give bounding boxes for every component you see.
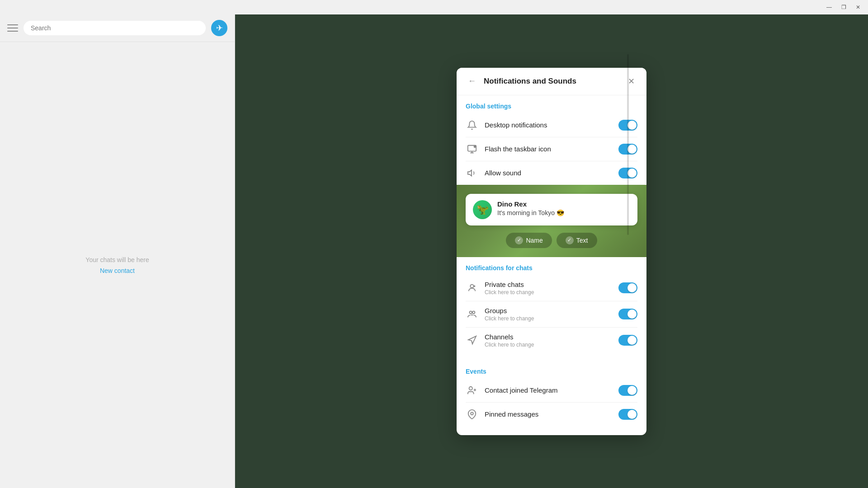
person-add-icon [466, 384, 478, 397]
private-chats-sub: Click here to change [485, 289, 612, 296]
contact-joined-toggle[interactable] [618, 385, 637, 396]
allow-sound-row[interactable]: Allow sound [457, 161, 646, 185]
groups-row[interactable]: Groups Click here to change [457, 301, 646, 327]
modal-scrollbar[interactable] [627, 54, 629, 235]
window-close-button[interactable]: ✕ [852, 3, 864, 12]
pinned-messages-info: Pinned messages [485, 410, 612, 418]
title-bar: — ❐ ✕ [0, 0, 868, 14]
preview-name: Dino Rex [497, 200, 630, 208]
contact-joined-label: Contact joined Telegram [485, 386, 612, 394]
app-background: ✈ Your chats will be here New contact ch… [0, 14, 868, 488]
groups-sub: Click here to change [485, 315, 612, 322]
contact-joined-row[interactable]: Contact joined Telegram [457, 379, 646, 402]
groups-info: Groups Click here to change [485, 307, 612, 322]
pinned-messages-toggle[interactable] [618, 409, 637, 420]
back-button[interactable]: ← [466, 75, 478, 88]
channels-sub: Click here to change [485, 342, 612, 348]
desktop-notifications-row[interactable]: Desktop notifications [457, 113, 646, 137]
svg-marker-2 [468, 170, 472, 176]
flash-taskbar-info: Flash the taskbar icon [485, 145, 612, 153]
name-check-icon: ✓ [515, 236, 523, 244]
people-icon [466, 308, 478, 320]
sidebar-header: ✈ [0, 14, 235, 42]
desktop-notifications-info: Desktop notifications [485, 121, 612, 129]
preview-content: Dino Rex It's morning in Tokyo 😎 [497, 200, 630, 216]
preview-avatar: 🦖 [473, 200, 492, 219]
events-section-title: Events [457, 361, 646, 379]
svg-point-3 [470, 285, 473, 288]
svg-point-10 [471, 412, 473, 415]
chats-section-title: Notifications for chats [457, 257, 646, 275]
modal-overlay[interactable]: ← Notifications and Sounds ✕ Global sett… [235, 14, 868, 488]
maximize-button[interactable]: ❐ [837, 3, 850, 12]
preview-name-button[interactable]: ✓ Name [506, 233, 552, 248]
preview-text-button[interactable]: ✓ Text [557, 233, 597, 248]
channels-label: Channels [485, 333, 612, 341]
sidebar: ✈ Your chats will be here New contact [0, 14, 235, 488]
sidebar-content: Your chats will be here New contact [0, 42, 235, 488]
contact-joined-info: Contact joined Telegram [485, 386, 612, 394]
text-check-icon: ✓ [566, 236, 574, 244]
channels-toggle[interactable] [618, 335, 637, 346]
monitor-icon [466, 143, 478, 155]
svg-point-6 [472, 311, 475, 314]
allow-sound-label: Allow sound [485, 169, 612, 177]
pin-icon [466, 408, 478, 421]
preview-card: 🦖 Dino Rex It's morning in Tokyo 😎 [466, 194, 637, 225]
channels-info: Channels Click here to change [485, 333, 612, 348]
preview-buttons: ✓ Name ✓ Text [466, 233, 637, 248]
allow-sound-info: Allow sound [485, 169, 612, 177]
flash-taskbar-row[interactable]: Flash the taskbar icon [457, 137, 646, 161]
preview-name-label: Name [526, 237, 542, 244]
speaker-icon [466, 167, 478, 179]
private-chats-label: Private chats [485, 281, 612, 288]
svg-point-1 [474, 145, 476, 148]
channels-row[interactable]: Channels Click here to change [457, 328, 646, 353]
new-contact-link[interactable]: New contact [100, 267, 135, 274]
svg-point-4 [474, 286, 476, 287]
megaphone-icon [466, 334, 478, 347]
person-icon [466, 282, 478, 294]
private-chats-info: Private chats Click here to change [485, 281, 612, 296]
groups-toggle[interactable] [618, 309, 637, 319]
pinned-messages-row[interactable]: Pinned messages [457, 403, 646, 426]
pinned-messages-label: Pinned messages [485, 410, 612, 418]
notifications-modal: ← Notifications and Sounds ✕ Global sett… [457, 68, 646, 435]
modal-header: ← Notifications and Sounds ✕ [457, 68, 646, 95]
private-chats-toggle[interactable] [618, 282, 637, 293]
empty-chats-text: Your chats will be here [85, 256, 149, 263]
global-settings-title: Global settings [457, 95, 646, 113]
main-area: chat to start messaging ← Notifications … [235, 14, 868, 488]
telegram-icon: ✈ [211, 20, 227, 36]
private-chats-row[interactable]: Private chats Click here to change [457, 275, 646, 301]
menu-icon[interactable] [7, 23, 18, 33]
preview-text-label: Text [576, 237, 588, 244]
search-input[interactable] [24, 21, 206, 35]
svg-point-7 [469, 386, 472, 389]
preview-message: It's morning in Tokyo 😎 [497, 209, 630, 216]
modal-title: Notifications and Sounds [484, 77, 619, 86]
preview-section: 🦖 Dino Rex It's morning in Tokyo 😎 ✓ Nam… [457, 185, 646, 257]
minimize-button[interactable]: — [823, 3, 835, 12]
bell-icon [466, 119, 478, 131]
modal-body: Global settings Desktop notifications [457, 95, 646, 435]
svg-point-5 [470, 311, 472, 314]
flash-taskbar-label: Flash the taskbar icon [485, 145, 612, 153]
groups-label: Groups [485, 307, 612, 314]
desktop-notifications-label: Desktop notifications [485, 121, 612, 129]
